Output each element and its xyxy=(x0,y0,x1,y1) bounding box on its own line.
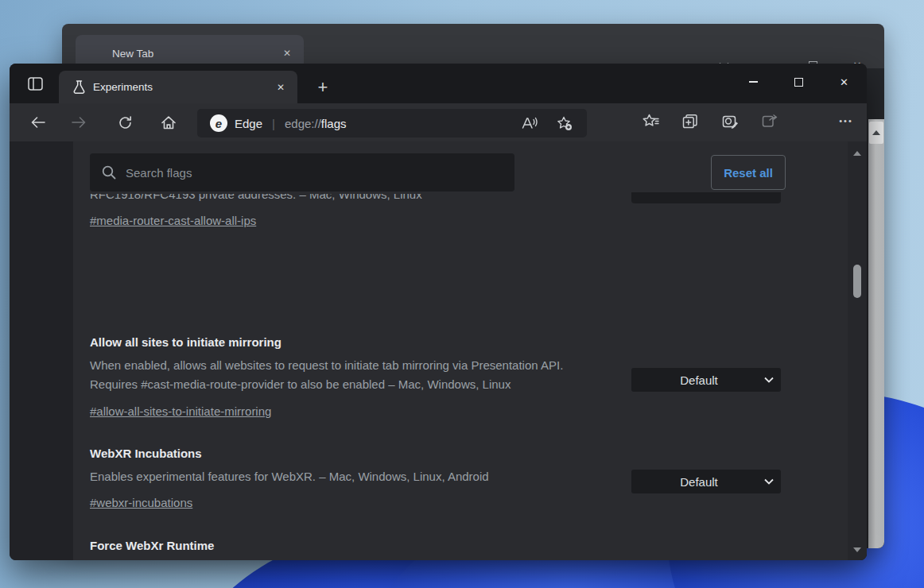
web-capture-icon[interactable] xyxy=(716,108,744,133)
search-icon xyxy=(102,165,116,180)
flag-description: Force the browser to use a particular ru… xyxy=(90,559,781,560)
flag-title: Force WebXr Runtime xyxy=(90,539,781,552)
flag-row: WebXR Incubations Enables experimental f… xyxy=(90,447,781,486)
scroll-up-arrow-icon[interactable] xyxy=(853,151,861,156)
tab-close-icon[interactable]: ✕ xyxy=(272,79,289,96)
forward-button[interactable] xyxy=(63,108,95,137)
flag-title: WebXR Incubations xyxy=(90,447,781,460)
flags-page: RFC1918/RFC4193 private addresses. – Mac… xyxy=(10,141,867,560)
site-brand-label: Edge xyxy=(235,117,262,130)
reset-all-button[interactable]: Reset all xyxy=(711,155,786,190)
edge-logo-icon: e xyxy=(210,114,227,132)
scrollbar-thumb[interactable] xyxy=(853,265,861,298)
new-tab-button[interactable]: + xyxy=(312,76,334,99)
flag-row: Allow all sites to initiate mirroring Wh… xyxy=(90,335,781,394)
url-divider: | xyxy=(272,117,275,130)
chevron-down-icon xyxy=(764,478,774,485)
search-flags-input[interactable] xyxy=(126,166,514,180)
flag-value-dropdown[interactable]: Default xyxy=(631,368,781,392)
tab-strip: Experiments ✕ + ✕ xyxy=(10,64,867,103)
url-path: flags xyxy=(321,117,347,130)
flask-icon xyxy=(73,80,85,94)
scroll-down-arrow-icon[interactable] xyxy=(853,547,861,552)
url-scheme: edge:// xyxy=(285,117,321,130)
flag-permalink[interactable]: #allow-all-sites-to-initiate-mirroring xyxy=(90,404,271,418)
edge-browser-window: Experiments ✕ + ✕ e Edge | edge:// flags xyxy=(10,64,867,560)
scroll-up-button[interactable] xyxy=(869,122,883,144)
partial-flag-text: RFC1918/RFC4193 private addresses. – Mac… xyxy=(90,194,631,202)
flag-row: Force WebXr Runtime Force the browser to… xyxy=(90,539,781,560)
favorites-icon[interactable] xyxy=(636,108,665,133)
background-window-scrollbar[interactable] xyxy=(868,119,884,548)
settings-more-icon[interactable]: ••• xyxy=(832,108,860,133)
read-aloud-icon[interactable] xyxy=(515,110,544,136)
share-icon[interactable] xyxy=(755,108,784,133)
home-button[interactable] xyxy=(153,108,184,137)
refresh-button[interactable] xyxy=(109,108,141,137)
tab-actions-menu-icon[interactable] xyxy=(24,72,46,95)
triangle-up-icon xyxy=(872,130,880,135)
tab-title: Experiments xyxy=(93,81,272,93)
collections-icon[interactable] xyxy=(676,108,705,133)
flag-title: Allow all sites to initiate mirroring xyxy=(90,335,781,349)
browser-toolbar: e Edge | edge:// flags xyxy=(10,103,867,141)
back-button[interactable] xyxy=(22,108,54,137)
flag-value-dropdown[interactable]: Default xyxy=(631,470,781,493)
tab-close-icon[interactable]: ✕ xyxy=(278,44,296,62)
page-scrollbar[interactable] xyxy=(848,141,867,560)
close-button[interactable]: ✕ xyxy=(821,64,867,100)
tab-experiments[interactable]: Experiments ✕ xyxy=(59,71,297,103)
address-bar[interactable]: e Edge | edge:// flags xyxy=(197,109,587,137)
add-favorite-star-icon[interactable] xyxy=(550,110,579,136)
search-flags-box xyxy=(90,153,514,191)
partial-dropdown[interactable] xyxy=(631,192,781,203)
flag-permalink[interactable]: #media-router-cast-allow-all-ips xyxy=(90,214,256,227)
tab-title: New Tab xyxy=(112,48,278,60)
minimize-button[interactable] xyxy=(731,64,776,100)
flag-permalink[interactable]: #webxr-incubations xyxy=(90,496,192,509)
maximize-button[interactable] xyxy=(776,64,821,100)
chevron-down-icon xyxy=(764,377,774,383)
